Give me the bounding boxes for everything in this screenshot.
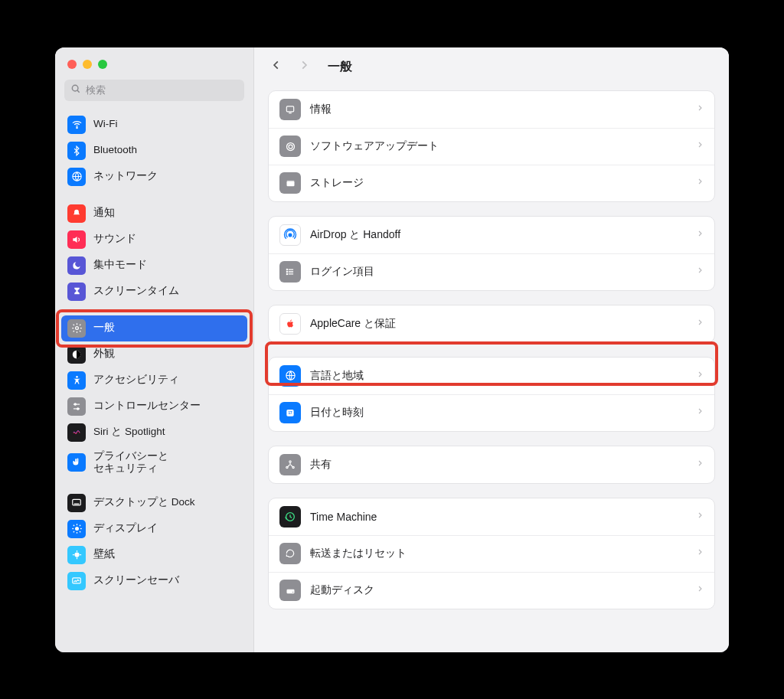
- settings-group: AppleCare と保証: [268, 305, 715, 343]
- reset-icon: [279, 543, 301, 564]
- settings-row[interactable]: ストレージ: [269, 165, 714, 201]
- clock-icon: 17: [279, 402, 301, 423]
- sidebar-item-label: デスクトップと Dock: [93, 496, 195, 508]
- chevron-right-icon: [697, 583, 704, 597]
- minimize-window-button[interactable]: [83, 60, 92, 69]
- settings-group: AirDrop と Handoffログイン項目: [268, 216, 715, 291]
- settings-row-label: ストレージ: [310, 176, 688, 190]
- sidebar: Wi-FiBluetoothネットワーク通知サウンド集中モードスクリーンタイム一…: [55, 47, 254, 652]
- svg-point-2: [76, 127, 77, 128]
- sidebar-item-label: 壁紙: [93, 548, 115, 560]
- settings-row-label: ソフトウェアアップデート: [310, 139, 688, 153]
- sidebar-item[interactable]: Wi-Fi: [61, 112, 247, 138]
- sidebar-item-label: スクリーンタイム: [93, 285, 179, 297]
- svg-line-22: [79, 525, 80, 526]
- sidebar-item[interactable]: ディスプレイ: [61, 516, 247, 542]
- sidebar-item[interactable]: デスクトップと Dock: [61, 490, 247, 516]
- svg-line-19: [73, 525, 74, 526]
- chevron-right-icon: [697, 369, 704, 383]
- sidebar-item-label: Bluetooth: [93, 144, 137, 156]
- sidebar-item[interactable]: スクリーンセーバ: [61, 568, 247, 594]
- settings-row[interactable]: 起動ディスク: [269, 572, 714, 609]
- sidebar-item[interactable]: Bluetooth: [61, 138, 247, 164]
- globe-icon: [67, 168, 86, 186]
- settings-row-label: 共有: [310, 458, 688, 472]
- toolbar: 一般: [254, 47, 729, 87]
- hand-icon: [67, 453, 86, 472]
- appearance-icon: [67, 345, 86, 364]
- wifi-icon: [67, 116, 86, 134]
- main-pane: 一般 情報ソフトウェアアップデートストレージAirDrop と Handoffロ…: [254, 47, 729, 652]
- chevron-right-icon: [697, 228, 704, 242]
- settings-row[interactable]: 17日付と時刻: [269, 394, 714, 431]
- svg-point-4: [75, 327, 78, 330]
- svg-rect-13: [74, 503, 80, 504]
- chevron-right-icon: [697, 265, 704, 279]
- zoom-window-button[interactable]: [98, 60, 107, 69]
- svg-point-23: [74, 552, 79, 557]
- svg-point-10: [77, 407, 79, 409]
- content-area[interactable]: 情報ソフトウェアアップデートストレージAirDrop と Handoffログイン…: [254, 87, 729, 652]
- wall-icon: [67, 546, 86, 564]
- sidebar-item[interactable]: プライバシーと セキュリティ: [61, 446, 247, 479]
- dock-icon: [67, 494, 86, 512]
- settings-row[interactable]: 共有: [269, 446, 714, 483]
- settings-row[interactable]: ログイン項目: [269, 253, 714, 290]
- svg-point-31: [289, 234, 292, 237]
- svg-point-27: [286, 142, 294, 150]
- settings-row[interactable]: ソフトウェアアップデート: [269, 128, 714, 165]
- svg-rect-25: [286, 106, 293, 111]
- sidebar-item[interactable]: 壁紙: [61, 542, 247, 568]
- gear-icon: [67, 319, 86, 338]
- bluetooth-icon: [67, 142, 86, 160]
- chevron-right-icon: [697, 406, 704, 420]
- sidebar-item[interactable]: 通知: [61, 201, 247, 227]
- sidebar-item-label: アクセシビリティ: [93, 374, 179, 386]
- storage-icon: [279, 172, 301, 194]
- svg-point-6: [76, 376, 78, 378]
- sidebar-item[interactable]: アクセシビリティ: [61, 367, 247, 394]
- close-window-button[interactable]: [67, 60, 77, 69]
- back-button[interactable]: [268, 57, 285, 77]
- sidebar-item-label: ネットワーク: [93, 170, 158, 182]
- sidebar-item[interactable]: スクリーンタイム: [61, 279, 247, 305]
- svg-rect-29: [286, 181, 294, 186]
- svg-rect-30: [286, 180, 294, 181]
- sidebar-item-label: 通知: [93, 207, 115, 219]
- sidebar-item[interactable]: コントロールセンター: [61, 394, 247, 420]
- settings-group: 共有: [268, 446, 715, 484]
- search-input[interactable]: [86, 84, 238, 96]
- sidebar-item[interactable]: Siri と Spotlight: [61, 420, 247, 446]
- sidebar-item[interactable]: サウンド: [61, 227, 247, 253]
- forward-button[interactable]: [296, 57, 312, 77]
- sidebar-item-label: サウンド: [93, 233, 136, 245]
- airdrop-icon: [279, 224, 301, 246]
- settings-row[interactable]: 言語と地域: [269, 358, 714, 394]
- share-icon: [279, 454, 301, 475]
- settings-row[interactable]: Time Machine: [269, 498, 714, 535]
- sidebar-list[interactable]: Wi-FiBluetoothネットワーク通知サウンド集中モードスクリーンタイム一…: [55, 109, 253, 652]
- settings-row-label: 言語と地域: [310, 369, 688, 383]
- settings-row[interactable]: AirDrop と Handoff: [269, 217, 714, 253]
- page-title: 一般: [328, 59, 352, 75]
- settings-row[interactable]: 転送またはリセット: [269, 535, 714, 572]
- settings-row[interactable]: AppleCare と保証: [269, 305, 714, 342]
- settings-row-label: 情報: [310, 103, 688, 116]
- display-icon: [67, 520, 86, 538]
- moon-icon: [67, 256, 86, 275]
- sidebar-item-label: スクリーンセーバ: [93, 574, 179, 586]
- info-icon: [279, 99, 301, 120]
- settings-row[interactable]: 情報: [269, 91, 714, 128]
- sidebar-item-label: ディスプレイ: [93, 522, 158, 534]
- sidebar-item[interactable]: 集中モード: [61, 253, 247, 279]
- sidebar-item[interactable]: ネットワーク: [61, 164, 247, 190]
- svg-point-46: [292, 591, 293, 592]
- search-field[interactable]: [64, 80, 244, 101]
- tm-icon: [279, 506, 301, 528]
- sidebar-item[interactable]: 外観: [61, 341, 247, 367]
- sidebar-item[interactable]: 一般: [61, 315, 247, 341]
- svg-line-21: [73, 531, 74, 532]
- settings-row-label: AirDrop と Handoff: [310, 228, 688, 242]
- chevron-right-icon: [697, 103, 704, 116]
- lang-icon: [279, 365, 301, 387]
